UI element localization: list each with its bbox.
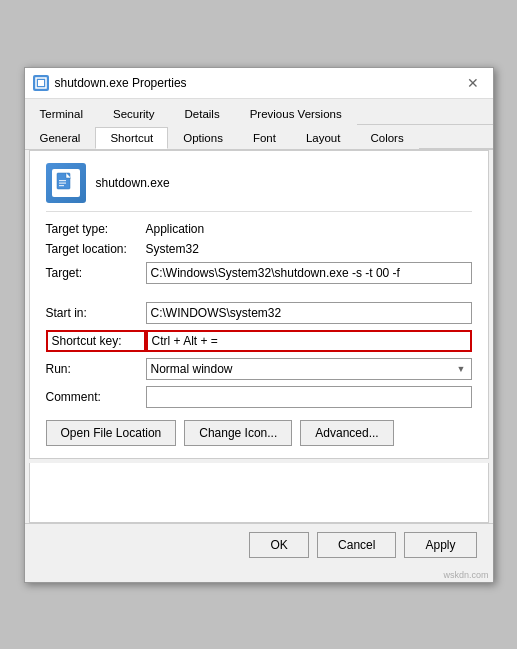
comment-input[interactable] [146, 386, 472, 408]
icon-name-row: shutdown.exe [46, 163, 472, 212]
shortcut-key-label: Shortcut key: [46, 330, 146, 352]
apply-button[interactable]: Apply [404, 532, 476, 558]
tab-terminal[interactable]: Terminal [25, 103, 98, 125]
start-in-input[interactable] [146, 302, 472, 324]
advanced-button[interactable]: Advanced... [300, 420, 393, 446]
start-in-label: Start in: [46, 306, 146, 320]
tab-shortcut[interactable]: Shortcut [95, 127, 168, 149]
watermark: wskdn.com [25, 568, 493, 582]
cancel-button[interactable]: Cancel [317, 532, 396, 558]
close-button[interactable]: ✕ [461, 74, 485, 92]
target-type-label: Target type: [46, 222, 146, 236]
form-grid: Target type: Application Target location… [46, 222, 472, 408]
open-file-location-button[interactable]: Open File Location [46, 420, 177, 446]
file-icon [46, 163, 86, 203]
tab-colors[interactable]: Colors [355, 127, 418, 149]
properties-window: shutdown.exe Properties ✕ Terminal Secur… [24, 67, 494, 583]
tab-previous-versions[interactable]: Previous Versions [235, 103, 357, 125]
svg-rect-5 [59, 182, 66, 183]
tab-security[interactable]: Security [98, 103, 170, 125]
shortcut-key-input[interactable] [146, 330, 472, 352]
target-type-value: Application [146, 222, 472, 236]
tab-options[interactable]: Options [168, 127, 238, 149]
target-location-value: System32 [146, 242, 472, 256]
run-select[interactable]: Normal window [146, 358, 472, 380]
action-buttons: Open File Location Change Icon... Advanc… [46, 420, 472, 446]
tab-layout[interactable]: Layout [291, 127, 356, 149]
empty-area [29, 463, 489, 523]
target-input[interactable] [146, 262, 472, 284]
run-label: Run: [46, 362, 146, 376]
tabs-row1: Terminal Security Details Previous Versi… [25, 99, 493, 125]
tabs-row2: General Shortcut Options Font Layout Col… [25, 125, 493, 150]
run-select-wrapper: Normal window [146, 358, 472, 380]
comment-label: Comment: [46, 390, 146, 404]
main-content: shutdown.exe Target type: Application Ta… [29, 150, 489, 459]
target-location-label: Target location: [46, 242, 146, 256]
ok-button[interactable]: OK [249, 532, 309, 558]
svg-rect-4 [59, 180, 66, 181]
dialog-buttons: OK Cancel Apply [25, 523, 493, 568]
file-name: shutdown.exe [96, 176, 170, 190]
window-title: shutdown.exe Properties [55, 76, 187, 90]
tab-details[interactable]: Details [170, 103, 235, 125]
tab-font[interactable]: Font [238, 127, 291, 149]
target-label: Target: [46, 266, 146, 280]
window-icon [33, 75, 49, 91]
change-icon-button[interactable]: Change Icon... [184, 420, 292, 446]
svg-rect-1 [38, 80, 44, 86]
tab-general[interactable]: General [25, 127, 96, 149]
svg-rect-6 [59, 185, 64, 186]
title-bar: shutdown.exe Properties ✕ [25, 68, 493, 99]
